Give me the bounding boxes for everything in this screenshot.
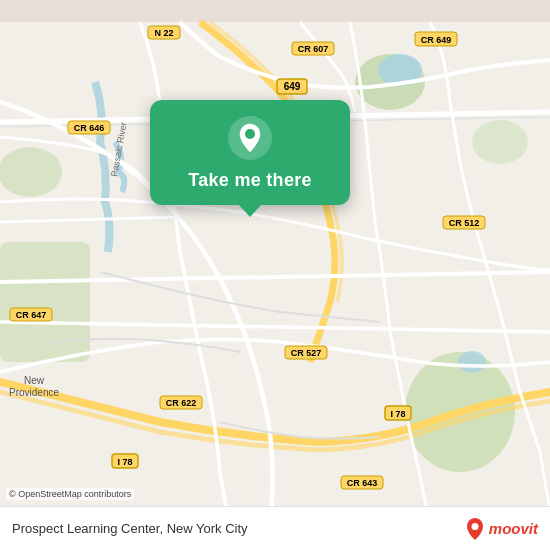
svg-text:Providence: Providence (9, 387, 59, 398)
svg-point-43 (245, 129, 255, 139)
svg-text:CR 527: CR 527 (291, 348, 322, 358)
osm-attribution: © OpenStreetMap contributors (6, 488, 134, 500)
svg-text:CR 649: CR 649 (421, 35, 452, 45)
svg-text:CR 647: CR 647 (16, 310, 47, 320)
svg-text:New: New (24, 375, 45, 386)
svg-text:CR 607: CR 607 (298, 44, 329, 54)
svg-text:CR 622: CR 622 (166, 398, 197, 408)
svg-text:CR 643: CR 643 (347, 478, 378, 488)
svg-text:649: 649 (284, 81, 301, 92)
moovit-pin-icon (465, 517, 485, 541)
moovit-brand-text: moovit (489, 520, 538, 537)
svg-text:CR 646: CR 646 (74, 123, 105, 133)
svg-point-44 (471, 523, 478, 530)
bottom-bar: Prospect Learning Center, New York City … (0, 506, 550, 550)
svg-text:I 78: I 78 (390, 409, 405, 419)
map-container: CR 649 N 22 CR 607 649 CR 646 CR 512 CR … (0, 0, 550, 550)
svg-text:CR 512: CR 512 (449, 218, 480, 228)
svg-text:I 78: I 78 (117, 457, 132, 467)
location-text: Prospect Learning Center, New York City (12, 521, 248, 536)
svg-point-4 (0, 147, 62, 197)
location-pin-icon (228, 116, 272, 160)
take-me-there-button[interactable]: Take me there (188, 170, 312, 191)
svg-rect-3 (0, 242, 90, 362)
svg-point-7 (458, 351, 486, 373)
moovit-logo: moovit (465, 517, 538, 541)
svg-text:N 22: N 22 (154, 28, 173, 38)
map-svg: CR 649 N 22 CR 607 649 CR 646 CR 512 CR … (0, 0, 550, 550)
svg-point-5 (472, 120, 528, 164)
popup-card: Take me there (150, 100, 350, 205)
